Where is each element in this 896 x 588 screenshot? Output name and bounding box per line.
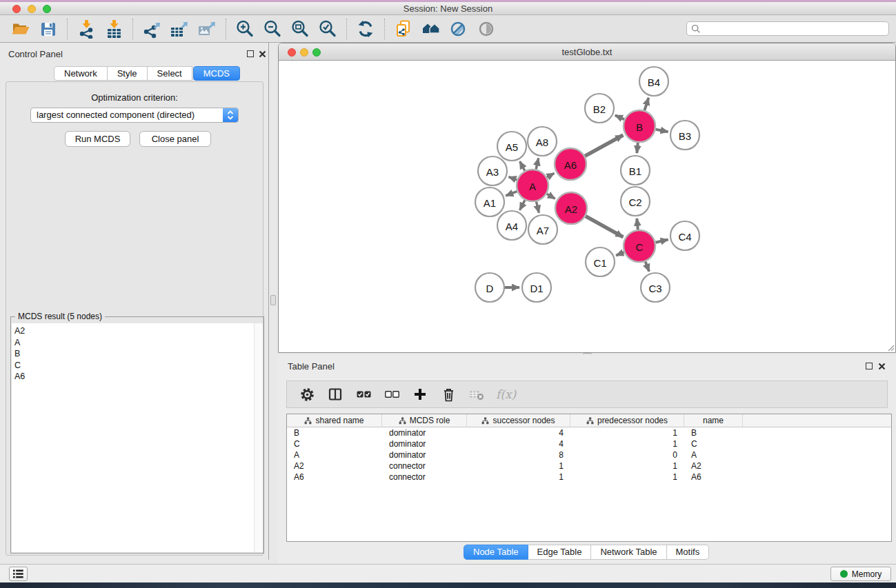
result-list-scrollbar[interactable] bbox=[254, 323, 263, 552]
mcds-result-item[interactable]: C bbox=[12, 360, 263, 372]
vertical-split-handle[interactable] bbox=[270, 295, 276, 305]
column-header-MCDS-role[interactable]: MCDS role bbox=[382, 414, 467, 427]
table-cell: dominator bbox=[382, 438, 467, 449]
home-icon[interactable] bbox=[419, 18, 443, 40]
run-mcds-button[interactable]: Run MCDS bbox=[65, 131, 130, 147]
maximize-window-button[interactable] bbox=[43, 5, 51, 13]
table-cell: dominator bbox=[382, 449, 467, 460]
save-session-icon[interactable] bbox=[37, 18, 60, 40]
refresh-layout-icon[interactable] bbox=[354, 18, 377, 40]
table-cell: 1 bbox=[570, 472, 684, 483]
graph-node-label: A3 bbox=[486, 166, 499, 178]
table-cell: C bbox=[684, 438, 743, 449]
status-bar: Memory bbox=[0, 564, 896, 582]
table-float-icon[interactable] bbox=[866, 363, 873, 369]
optimization-dropdown[interactable]: largest connected component (directed) bbox=[30, 108, 239, 123]
graph-edge-A-A2 bbox=[547, 194, 555, 199]
mcds-result-item[interactable]: A2 bbox=[12, 325, 263, 337]
graph-node-label: B1 bbox=[629, 165, 641, 177]
column-header-name[interactable]: name bbox=[684, 414, 743, 427]
table-cell: connector bbox=[382, 472, 467, 483]
column-header-label: name bbox=[703, 416, 724, 425]
dropdown-selected-value: largest connected component (directed) bbox=[31, 108, 238, 122]
network-canvas[interactable]: AA1A2A3A4A5A6A7A8BB1B2B3B4CC1C2C3C4DD1 bbox=[279, 61, 895, 352]
table-cell: A bbox=[684, 449, 743, 460]
close-panel-icon[interactable] bbox=[259, 50, 266, 58]
export-network-icon[interactable] bbox=[140, 18, 163, 40]
graph-edge-A-A4 bbox=[520, 200, 526, 210]
search-field[interactable] bbox=[686, 21, 889, 36]
desktop-background bbox=[0, 582, 896, 588]
table-row[interactable]: A2connector11A2 bbox=[287, 460, 891, 472]
table-row[interactable]: Bdominator41B bbox=[287, 427, 891, 438]
application-window: Session: New Session Control Panel bbox=[0, 0, 896, 588]
zoom-fit-icon[interactable] bbox=[288, 18, 312, 40]
graph-node-label: A4 bbox=[506, 221, 518, 232]
function-builder-icon: f(x) bbox=[496, 385, 516, 403]
graph-node-label: C2 bbox=[628, 196, 641, 208]
table-cell: A2 bbox=[287, 460, 382, 472]
open-file-icon[interactable] bbox=[9, 18, 32, 40]
select-all-rows-icon[interactable] bbox=[355, 385, 372, 403]
network-window-title: testGlobe.txt bbox=[279, 43, 895, 61]
tab-select[interactable]: Select bbox=[148, 66, 192, 81]
add-row-icon[interactable] bbox=[411, 385, 429, 403]
tab-motifs[interactable]: Motifs bbox=[667, 545, 710, 560]
graph-edge-A-A8 bbox=[536, 158, 539, 169]
toolbar-separator bbox=[226, 19, 226, 39]
network-maximize-button[interactable] bbox=[312, 48, 321, 57]
table-settings-icon[interactable] bbox=[298, 385, 316, 403]
graph-node-label: A5 bbox=[506, 141, 518, 153]
column-header-shared-name[interactable]: shared name bbox=[287, 414, 382, 427]
graph-node-label: B bbox=[636, 121, 643, 133]
float-panel-icon[interactable] bbox=[247, 50, 254, 57]
column-header-predecessor-nodes[interactable]: predecessor nodes bbox=[570, 414, 684, 427]
export-table-icon[interactable] bbox=[168, 18, 191, 40]
tab-node-table[interactable]: Node Table bbox=[464, 545, 528, 560]
duplicate-network-icon[interactable] bbox=[392, 18, 415, 40]
graph-node-label: D bbox=[486, 283, 494, 294]
show-columns-icon[interactable] bbox=[326, 385, 344, 403]
tab-style[interactable]: Style bbox=[108, 66, 148, 81]
table-close-icon[interactable] bbox=[878, 363, 886, 370]
window-resize-grip[interactable] bbox=[887, 344, 895, 352]
zoom-in-icon[interactable] bbox=[233, 18, 257, 40]
eye-icon[interactable] bbox=[475, 18, 498, 40]
tab-mcds[interactable]: MCDS bbox=[193, 66, 240, 81]
graph-edge-B-B2 bbox=[615, 115, 624, 119]
window-title: Session: New Session bbox=[0, 2, 896, 15]
delete-row-icon[interactable] bbox=[439, 385, 457, 403]
shared-column-icon bbox=[304, 417, 312, 425]
search-input[interactable] bbox=[704, 23, 888, 34]
network-minimize-button[interactable] bbox=[300, 48, 308, 57]
export-image-icon[interactable] bbox=[195, 18, 219, 40]
tab-network-table[interactable]: Network Table bbox=[591, 545, 666, 560]
graph-node-label: B4 bbox=[648, 77, 660, 88]
zoom-out-icon[interactable] bbox=[261, 18, 284, 40]
minimize-window-button[interactable] bbox=[28, 5, 36, 13]
mcds-result-item[interactable]: A bbox=[12, 337, 263, 349]
tab-network[interactable]: Network bbox=[54, 66, 108, 81]
show-panels-button[interactable] bbox=[9, 567, 28, 581]
column-header-successor-nodes[interactable]: successor nodes bbox=[467, 414, 570, 427]
graph-edge-A-A1 bbox=[506, 192, 517, 196]
import-network-icon[interactable] bbox=[74, 18, 98, 40]
mcds-result-item[interactable]: B bbox=[12, 348, 263, 360]
network-close-button[interactable] bbox=[288, 48, 296, 57]
close-panel-button[interactable]: Close panel bbox=[139, 131, 211, 147]
close-window-button[interactable] bbox=[12, 5, 21, 13]
mcds-result-item[interactable]: A6 bbox=[12, 371, 263, 383]
table-cell: 0 bbox=[570, 449, 684, 460]
deselect-all-rows-icon[interactable] bbox=[383, 385, 401, 403]
table-row[interactable]: A6connector11A6 bbox=[287, 472, 891, 483]
zoom-selected-icon[interactable] bbox=[316, 18, 339, 40]
table-cell: dominator bbox=[382, 427, 467, 438]
table-row[interactable]: Cdominator41C bbox=[287, 438, 891, 449]
table-cell: 8 bbox=[467, 449, 570, 460]
table-cell: 1 bbox=[570, 438, 684, 449]
tab-edge-table[interactable]: Edge Table bbox=[528, 545, 592, 560]
memory-button[interactable]: Memory bbox=[830, 567, 891, 581]
table-row[interactable]: Adominator80A bbox=[287, 449, 891, 460]
hide-panel-icon[interactable] bbox=[447, 18, 470, 40]
import-table-icon[interactable] bbox=[102, 18, 126, 40]
